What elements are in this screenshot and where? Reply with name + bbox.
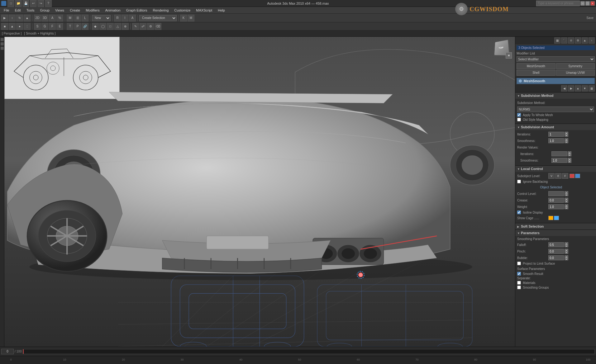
rp-env-btn[interactable]: ♔: [568, 37, 574, 44]
symmetry-btn[interactable]: Symmetry: [556, 63, 595, 69]
isoline-checkbox[interactable]: [517, 210, 521, 214]
undo-btn[interactable]: ↩: [30, 0, 37, 7]
smooth-result-checkbox[interactable]: [517, 272, 521, 276]
subdivision-method-header[interactable]: ▼ Subdivision Method: [515, 92, 596, 99]
t2-btn15[interactable]: ☍: [140, 23, 146, 30]
t2-btn5[interactable]: S: [34, 23, 41, 30]
iterations-up-btn[interactable]: ▲: [565, 132, 568, 134]
weight-input[interactable]: [548, 204, 564, 209]
t2-btn7[interactable]: F: [49, 23, 56, 30]
pct-snap-btn[interactable]: %: [56, 15, 63, 21]
iterations-input[interactable]: [548, 132, 564, 137]
parameters-header[interactable]: ▼ Parameters: [515, 230, 596, 236]
weight-down-btn[interactable]: ▼: [565, 207, 568, 209]
unwrap-uvw-btn[interactable]: Unwrap UVW: [556, 70, 595, 76]
meshsmooth-modifier-item[interactable]: MeshSmooth: [517, 78, 595, 84]
t2-btn6[interactable]: G: [41, 23, 48, 30]
menu-file[interactable]: File: [1, 8, 12, 13]
angle-snap-btn[interactable]: A: [49, 15, 56, 21]
maximize-btn[interactable]: □: [585, 1, 590, 6]
named-selection-dropdown[interactable]: Create Selection: [139, 15, 177, 21]
subdivision-amount-header[interactable]: ▼ Subdivision Amount: [515, 124, 596, 130]
subobj-btn-e[interactable]: E: [555, 173, 561, 179]
move-btn[interactable]: ↕: [9, 15, 16, 21]
redo-btn[interactable]: ↪: [37, 0, 44, 7]
scale-btn[interactable]: ▲: [24, 15, 31, 21]
menu-group[interactable]: Group: [37, 8, 52, 13]
rp-util-btn[interactable]: ⚙: [575, 37, 581, 44]
rollout-grid-btn[interactable]: ▦: [589, 85, 595, 92]
rollout-up-btn[interactable]: ▲: [575, 85, 581, 92]
search-input[interactable]: [536, 1, 580, 6]
control-level-down-btn[interactable]: ▼: [565, 194, 568, 196]
t2-btn10[interactable]: ◯: [99, 23, 106, 30]
t2-btn2[interactable]: ▲: [9, 23, 16, 30]
subobj-color1[interactable]: [570, 174, 575, 178]
select-btn[interactable]: ▶: [1, 15, 8, 21]
smoothness-input[interactable]: [548, 138, 564, 143]
menu-customize[interactable]: Customize: [172, 8, 193, 13]
ignore-backfacing-checkbox[interactable]: [517, 180, 521, 183]
rp-render-btn[interactable]: ⚫: [561, 37, 567, 44]
render-iterations-input[interactable]: [551, 151, 567, 156]
menu-edit[interactable]: Edit: [12, 8, 23, 13]
shell-btn[interactable]: Shell: [517, 70, 555, 76]
menu-animation[interactable]: Animation: [103, 8, 123, 13]
t2-btn3[interactable]: ●: [16, 23, 23, 30]
apply-whole-mesh-checkbox[interactable]: [517, 113, 521, 117]
menu-graph-editors[interactable]: Graph Editors: [124, 8, 150, 13]
cage-color1[interactable]: [548, 216, 553, 220]
t2-link-btn[interactable]: 🔗: [82, 23, 88, 30]
rollout-down-btn[interactable]: ▼: [582, 85, 588, 92]
rollout-fwd-btn[interactable]: ▶: [568, 85, 574, 92]
current-frame-input[interactable]: [1, 349, 14, 354]
control-level-up-btn[interactable]: ▲: [565, 191, 568, 194]
timeline-track[interactable]: [23, 349, 595, 354]
pinch-up-btn[interactable]: ▲: [565, 249, 568, 251]
t2-btn1[interactable]: ■: [1, 23, 8, 30]
t2-btn12[interactable]: △: [114, 23, 121, 30]
left-tool-3[interactable]: [1, 47, 4, 50]
left-tool-1[interactable]: [1, 38, 4, 41]
t2-btn4[interactable]: ⋮: [24, 23, 31, 30]
render-iter-btn[interactable]: I: [122, 15, 128, 21]
subobj-btn-v[interactable]: V: [548, 173, 555, 179]
soft-selection-header[interactable]: ▶ Soft Selection: [515, 223, 596, 229]
t2-transform-btn[interactable]: T: [67, 23, 74, 30]
menu-maxscript[interactable]: MAXScript: [193, 8, 215, 13]
t2-btn8[interactable]: E: [56, 23, 63, 30]
render-iter-down-btn[interactable]: ▼: [568, 154, 571, 156]
material-btn[interactable]: M: [188, 15, 194, 21]
iterations-down-btn[interactable]: ▼: [565, 134, 568, 137]
subdivision-method-select[interactable]: NURMS: [517, 106, 594, 112]
subobj-color2[interactable]: [575, 174, 580, 178]
rp-expand-btn[interactable]: ›: [589, 37, 595, 44]
mirror-btn[interactable]: M: [67, 15, 74, 21]
weight-up-btn[interactable]: ▲: [565, 204, 568, 207]
menu-modifiers[interactable]: Modifiers: [83, 8, 102, 13]
falloff-up-btn[interactable]: ▲: [565, 242, 568, 245]
render-smooth-down-btn[interactable]: ▼: [568, 160, 571, 163]
crease-down-btn[interactable]: ▼: [565, 200, 568, 203]
render-smooth-up-btn[interactable]: ▲: [568, 158, 571, 160]
help-btn[interactable]: ?: [45, 0, 52, 7]
smoothness-up-btn[interactable]: ▲: [565, 138, 568, 141]
t2-btn9[interactable]: ◆: [92, 23, 99, 30]
project-limit-checkbox[interactable]: [517, 262, 521, 265]
left-tool-2[interactable]: [1, 42, 4, 45]
modifier-list-dropdown[interactable]: Select Modifier: [517, 56, 595, 62]
rollout-back-btn[interactable]: ◀: [561, 85, 567, 92]
old-style-checkbox[interactable]: [517, 118, 521, 121]
viewport[interactable]: TOP ▣: [4, 37, 515, 347]
pinch-input[interactable]: [548, 249, 564, 254]
local-control-header[interactable]: ▼ Local Control: [515, 166, 596, 172]
keyframe-btn[interactable]: K: [180, 15, 187, 21]
meshsmooth-btn[interactable]: MeshSmooth: [517, 63, 555, 69]
render-iter-up-btn[interactable]: ▲: [568, 151, 571, 154]
smoothness-down-btn[interactable]: ▼: [565, 141, 568, 143]
new-btn[interactable]: □: [7, 0, 14, 7]
snap-3d-btn[interactable]: 3D: [41, 15, 48, 21]
bubble-up-btn[interactable]: ▲: [565, 255, 568, 258]
active-shade-btn[interactable]: A: [129, 15, 136, 21]
rotate-btn[interactable]: ↻: [16, 15, 23, 21]
